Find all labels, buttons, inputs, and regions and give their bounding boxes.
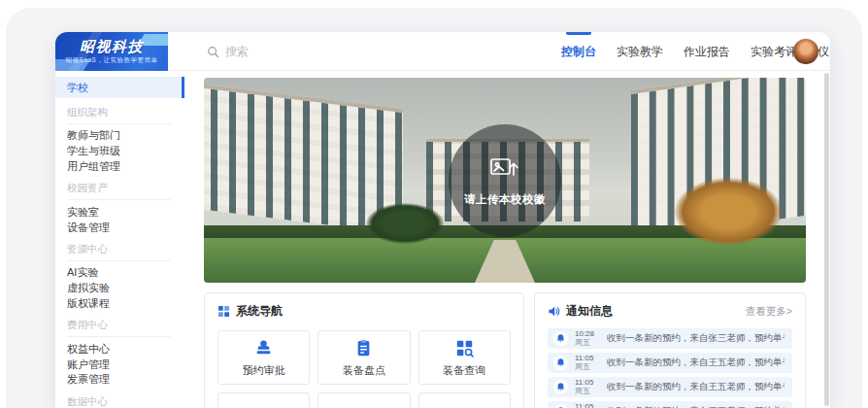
nav-card[interactable] — [317, 392, 410, 408]
nav-card-grid: 预约审批装备盘点装备查询 — [217, 330, 511, 408]
sidebar-item[interactable]: 实验室 — [55, 204, 184, 220]
notice-time: 11:05周五 — [575, 403, 600, 408]
upload-image-icon — [488, 154, 521, 184]
topnav-item-2[interactable]: 实验教学 — [617, 32, 663, 71]
nav-card[interactable]: 装备查询 — [418, 330, 511, 385]
topnav-item-5[interactable]: 仪器设备 — [818, 32, 830, 71]
sidebar-group-heading: 组织架构 — [67, 106, 171, 124]
nav-card-label: 预约审批 — [243, 363, 285, 378]
nav-card-label: 装备盘点 — [343, 363, 385, 378]
sidebar-item[interactable]: 学生与班级 — [55, 144, 184, 159]
top-bar: 昭视科技 昭视SaaS，让实验教学更简单 搜索 控制台实验教学作业报告实验考评仪… — [55, 32, 830, 71]
notice-item[interactable]: 11:05周五收到一条新的预约，来自王五老师，预约单号为: Y-0056，请尽快… — [548, 401, 792, 408]
notice-text: 收到一条新的预约，来自张三老师，预约单号为: Y-0044，请尽快处理。 — [607, 332, 785, 345]
bell-icon — [553, 380, 568, 394]
notice-panel: 通知信息 查看更多> 10:28周五收到一条新的预约，来自张三老师，预约单号为:… — [534, 292, 806, 408]
notice-time: 11:05周五 — [575, 379, 600, 395]
grid-search-icon — [454, 338, 475, 358]
topnav-label: 实验考评 — [751, 44, 797, 60]
sidebar-group-heading: 资源中心 — [67, 243, 171, 261]
sidebar: 学校组织架构教师与部门学生与班级用户组管理校园资产实验室设备管理资源中心AI实验… — [55, 71, 184, 408]
search-icon — [207, 46, 219, 58]
search-placeholder: 搜索 — [225, 44, 249, 60]
user-avatar[interactable] — [793, 39, 818, 64]
active-tab-indicator — [566, 32, 591, 35]
notice-item[interactable]: 11:05周五收到一条新的预约，来自王五老师，预约单号为: Y-0056，请尽快… — [548, 377, 792, 397]
sidebar-item[interactable]: 账户管理 — [55, 357, 184, 372]
bell-icon — [553, 356, 568, 370]
bell-icon — [553, 331, 568, 346]
sidebar-item[interactable]: 发票管理 — [55, 372, 184, 388]
topnav-item-1[interactable]: 控制台 — [561, 32, 596, 71]
notice-item[interactable]: 10:28周五收到一条新的预约，来自张三老师，预约单号为: Y-0044，请尽快… — [548, 328, 792, 349]
topnav-label: 仪器设备 — [818, 44, 830, 60]
notice-item[interactable]: 11:05周五收到一条新的预约，来自王五老师，预约单号为: Y-0056，请尽快… — [548, 353, 792, 373]
notice-list: 10:28周五收到一条新的预约，来自张三老师，预约单号为: Y-0044，请尽快… — [548, 328, 792, 408]
sidebar-group-heading: 数据中心 — [67, 395, 171, 408]
nav-card[interactable]: 预约审批 — [217, 330, 310, 385]
sidebar-item[interactable]: 学校 — [55, 77, 184, 98]
sidebar-item[interactable]: AI实验 — [55, 265, 184, 281]
system-nav-panel: 系统导航 预约审批装备盘点装备查询 — [204, 292, 524, 408]
topnav-label: 实验教学 — [617, 44, 663, 60]
brand-name: 昭视科技 — [80, 39, 144, 54]
clipboard-icon — [353, 338, 374, 358]
notice-time: 11:05周五 — [575, 355, 600, 371]
sidebar-item[interactable]: 虚拟实验 — [55, 281, 184, 296]
sidebar-item[interactable]: 版权课程 — [55, 296, 184, 312]
system-nav-title: 系统导航 — [236, 303, 283, 320]
notice-text: 收到一条新的预约，来自王五老师，预约单号为: Y-0056，请尽快处理。 — [607, 357, 785, 369]
topnav-label: 作业报告 — [684, 44, 730, 60]
nav-card[interactable] — [418, 392, 511, 408]
brand-tagline: 昭视SaaS，让实验教学更简单 — [66, 56, 158, 65]
app-window: 昭视科技 昭视SaaS，让实验教学更简单 搜索 控制台实验教学作业报告实验考评仪… — [55, 32, 830, 408]
school-banner: 请上传本校校徽 — [204, 78, 806, 283]
campus-tree-orange — [675, 178, 782, 246]
bell-icon — [553, 404, 568, 408]
speaker-icon — [548, 305, 560, 318]
notice-text: 收到一条新的预约，来自王五老师，预约单号为: Y-0056，请尽快处理。 — [607, 381, 785, 393]
sidebar-item[interactable]: 用户组管理 — [55, 159, 184, 175]
nav-card[interactable] — [217, 392, 310, 408]
campus-tree-green — [366, 203, 444, 244]
notice-title: 通知信息 — [566, 303, 613, 320]
sidebar-group-heading: 校园资产 — [67, 182, 171, 200]
upload-logo-button[interactable]: 请上传本校校徽 — [449, 124, 561, 237]
search-input[interactable]: 搜索 — [207, 32, 249, 71]
topnav-label: 控制台 — [561, 44, 596, 60]
nav-card[interactable]: 装备盘点 — [317, 330, 410, 385]
upload-logo-label: 请上传本校校徽 — [464, 192, 546, 207]
sidebar-item[interactable]: 设备管理 — [55, 220, 184, 235]
stamp-icon — [253, 338, 274, 358]
topnav-item-3[interactable]: 作业报告 — [684, 32, 730, 71]
sidebar-item[interactable]: 权益中心 — [55, 341, 184, 357]
sidebar-group-heading: 费用中心 — [67, 319, 171, 337]
top-navigation: 控制台实验教学作业报告实验考评仪器设备 — [561, 32, 830, 71]
notice-time: 10:28周五 — [575, 330, 600, 347]
view-more-link[interactable]: 查看更多> — [746, 305, 792, 319]
grid-icon — [217, 305, 230, 318]
brand-logo[interactable]: 昭视科技 昭视SaaS，让实验教学更简单 — [55, 32, 168, 71]
topnav-item-4[interactable]: 实验考评 — [751, 32, 797, 71]
nav-card-label: 装备查询 — [443, 363, 485, 378]
sidebar-item[interactable]: 教师与部门 — [55, 128, 184, 144]
vertical-scrollbar[interactable] — [824, 73, 829, 406]
